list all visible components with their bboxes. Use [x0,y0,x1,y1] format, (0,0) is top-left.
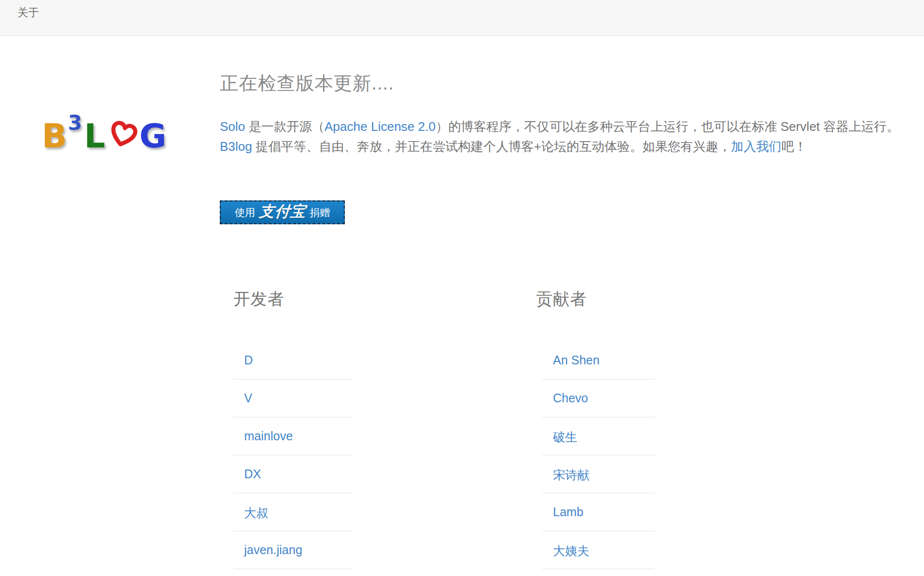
topbar: 关于 [0,0,924,36]
contributors-list: An Shen Chevo 破生 宋诗献 Lamb 大姨夫 [542,342,655,569]
list-item: 破生 [542,417,655,455]
contributor-link[interactable]: An Shen [553,353,600,367]
solo-link[interactable]: Solo [220,119,245,134]
logo-letter-g: G [139,119,166,154]
contributor-link[interactable]: 大姨夫 [553,544,589,558]
b3log-link[interactable]: B3log [220,139,252,154]
list-item: mainlove [233,417,352,455]
developer-link[interactable]: 大叔 [244,506,268,520]
contributor-link[interactable]: 破生 [553,430,577,444]
developer-link[interactable]: V [244,391,252,405]
about-page: 关于 正在检查版本更新.... B 3 L G Solo 是一款开源（Apach… [0,0,924,576]
contributors-title: 贡献者 [536,288,655,310]
list-item: DX [233,455,352,493]
page-title: 关于 [18,5,39,20]
list-item: 宋诗献 [542,455,655,493]
donate-suffix-label: 捐赠 [310,206,330,219]
intro-text-segment: 吧！ [782,139,807,154]
contributor-link[interactable]: 宋诗献 [553,468,589,482]
developer-link[interactable]: javen.jiang [244,543,302,557]
intro-paragraph-b3log: B3log 提倡平等、自由、奔放，并正在尝试构建个人博客+论坛的互动体验。如果您… [220,137,905,157]
list-item: 大姨夫 [542,531,655,569]
apache-license-link[interactable]: Apache License 2.0 [324,119,435,134]
list-item: 大叔 [233,493,352,531]
alipay-logo: 支付宝 [258,201,307,222]
alipay-donate-button[interactable]: 使用 支付宝 捐赠 [220,200,345,224]
list-item: D [233,342,352,379]
intro-text-segment: 提倡平等、自由、奔放，并正在尝试构建个人博客+论坛的互动体验。如果您有兴趣， [252,139,731,154]
logo-letter-3: 3 [68,113,82,133]
intro-text-segment: 是一款开源（ [245,119,324,134]
list-item: Lamb [542,493,655,531]
developers-title: 开发者 [233,288,352,310]
intro-text-segment: ）的博客程序，不仅可以在多种云平台上运行，也可以在标准 Servlet 容器上运… [436,119,899,134]
list-item: javen.jiang [233,531,352,569]
version-check-heading: 正在检查版本更新.... [220,71,394,96]
developer-link[interactable]: D [244,353,253,367]
list-item: V [233,379,352,417]
list-item: An Shen [542,342,655,379]
join-us-link[interactable]: 加入我们 [731,139,782,154]
heart-icon [108,120,138,158]
developer-link[interactable]: mainlove [244,429,293,443]
b3log-logo[interactable]: B 3 L G [42,119,166,158]
donate-prefix-label: 使用 [235,206,255,219]
developers-section: 开发者 D V mainlove DX 大叔 javen.jiang [233,288,352,569]
contributor-link[interactable]: Lamb [553,505,584,519]
developer-link[interactable]: DX [244,467,261,481]
intro-paragraph-solo: Solo 是一款开源（Apache License 2.0）的博客程序，不仅可以… [220,117,905,137]
logo-letter-b: B [42,119,67,154]
developers-list: D V mainlove DX 大叔 javen.jiang [233,342,352,569]
logo-letter-l: L [84,119,105,154]
list-item: Chevo [542,379,655,417]
intro-text: Solo 是一款开源（Apache License 2.0）的博客程序，不仅可以… [220,117,905,157]
contributor-link[interactable]: Chevo [553,391,588,405]
contributors-section: 贡献者 An Shen Chevo 破生 宋诗献 Lamb 大姨夫 [536,288,655,569]
